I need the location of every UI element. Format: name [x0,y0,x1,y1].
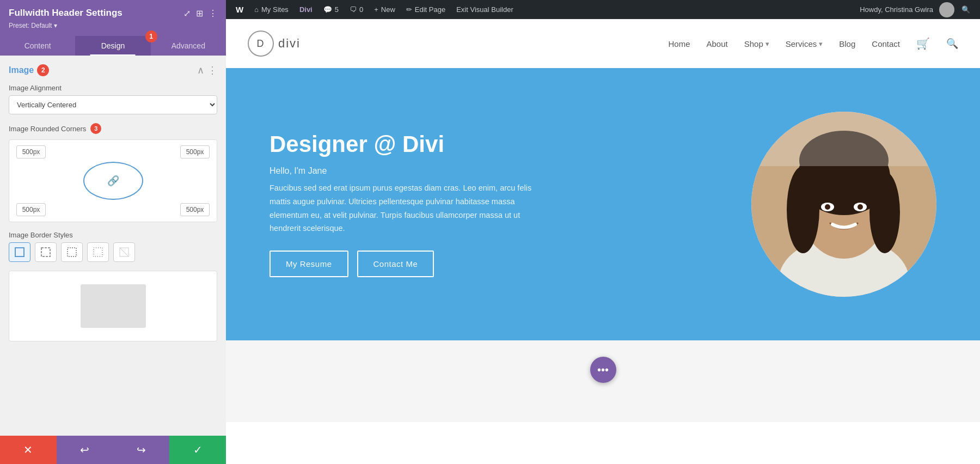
bottom-action-bar: ✕ ↩ ↪ ✓ [0,436,226,464]
site-nav-links: Home About Shop ▾ Services ▾ Blog Contac [668,37,958,50]
new-label: New [381,5,395,14]
section-controls: ∧ ⋮ [197,64,217,76]
image-border-styles-label: Image Border Styles [9,231,217,239]
collapse-icon[interactable]: ∧ [197,64,204,76]
divi-label: Divi [299,5,313,14]
wp-logo-item[interactable]: W [230,0,249,19]
corner-top-left[interactable] [16,145,46,158]
nav-home[interactable]: Home [668,39,690,48]
edit-icon: ✏ [406,5,412,14]
border-style-dashed1[interactable] [35,242,57,262]
nav-shop[interactable]: Shop ▾ [744,39,769,48]
comments-count: 5 [335,5,339,14]
tab-bar: Content Design 1 Advanced [0,36,226,56]
howdy-text: Howdy, Christina Gwira [860,5,933,14]
border-style-dotted[interactable] [87,242,109,262]
nav-blog[interactable]: Blog [839,39,855,48]
bubble-item[interactable]: 🗨 0 [344,0,369,19]
services-dropdown-icon: ▾ [819,40,823,48]
comments-item[interactable]: 💬 5 [318,0,344,19]
image-alignment-field: Image Alignment Vertically Centered [9,84,217,123]
border-style-dashed2[interactable] [61,242,83,262]
shop-dropdown-icon: ▾ [765,40,769,48]
save-button[interactable]: ✓ [169,436,226,464]
corners-link-icon[interactable]: 🔗 [83,162,143,200]
svg-rect-3 [94,248,102,257]
svg-point-16 [825,204,830,210]
contact-me-button[interactable]: Contact Me [357,251,434,277]
admin-bar-right: Howdy, Christina Gwira 🔍 [854,2,976,17]
nav-search-icon[interactable]: 🔍 [946,38,958,50]
cancel-button[interactable]: ✕ [0,436,57,464]
comments-icon: 💬 [323,5,332,14]
corners-widget: 🔗 [9,139,217,222]
more-options-icon[interactable]: ⋮ [207,64,217,76]
tab-advanced[interactable]: Advanced [151,36,226,56]
section-title: Image 2 [9,64,49,76]
border-preview-inner [81,284,146,328]
edit-page-item[interactable]: ✏ Edit Page [401,0,451,19]
cart-icon[interactable]: 🛒 [916,37,930,50]
image-rounded-corners-field: Image Rounded Corners 3 🔗 [9,123,217,222]
corner-bottom-left[interactable] [16,203,46,216]
corner-top-right[interactable] [180,145,210,158]
exit-builder-label: Exit Visual Builder [456,5,513,14]
border-style-solid[interactable] [9,242,30,262]
site-logo[interactable]: D divi [248,30,301,57]
my-sites-icon: ⌂ [254,5,259,14]
svg-rect-2 [68,248,76,257]
hero-text: Designer @ Divi Hello, I'm Jane Faucibus… [270,131,542,277]
logo-circle: D [248,30,274,57]
my-sites-label: My Sites [261,5,289,14]
step-badge-2: 2 [37,64,49,76]
search-icon[interactable]: 🔍 [961,5,970,14]
below-hero-section: ••• [226,340,980,422]
new-item[interactable]: + New [369,0,401,19]
wp-admin-bar: W ⌂ My Sites Divi 💬 5 🗨 0 + New ✏ Edit P… [226,0,980,19]
image-section-heading: Image 2 ∧ ⋮ [9,64,217,76]
resize-icon[interactable]: ⤢ [183,8,191,19]
panel-title: Fullwidth Header Settings [9,8,122,19]
svg-line-5 [120,248,128,257]
svg-rect-18 [751,112,936,166]
howdy-item[interactable]: Howdy, Christina Gwira 🔍 [854,2,976,17]
tab-content[interactable]: Content [0,36,75,56]
image-alignment-select[interactable]: Vertically Centered [9,95,217,114]
panel-header-icons: ⤢ ⊞ ⋮ [183,8,217,19]
more-icon[interactable]: ⋮ [209,8,217,19]
redo-button[interactable]: ↪ [113,436,170,464]
settings-panel: Fullwidth Header Settings ⤢ ⊞ ⋮ Preset: … [0,0,226,464]
corner-bottom-right[interactable] [180,203,210,216]
svg-point-12 [869,172,900,253]
columns-icon[interactable]: ⊞ [196,8,203,19]
floating-btn-icon: ••• [597,364,609,376]
border-style-none[interactable] [113,242,135,262]
image-rounded-corners-label: Image Rounded Corners 3 [9,123,217,134]
tab-design[interactable]: Design 1 [75,36,150,56]
image-border-styles-field: Image Border Styles [9,231,217,262]
new-icon: + [374,5,378,14]
wp-logo-icon: W [236,5,243,14]
svg-point-17 [857,204,863,210]
avatar [939,2,954,17]
nav-services[interactable]: Services ▾ [786,39,823,48]
step-badge-3: 3 [90,123,101,134]
my-sites-item[interactable]: ⌂ My Sites [249,0,294,19]
border-preview-area [9,271,217,341]
hero-body: Faucibus sed sed erat ipsum purus egesta… [270,181,542,235]
bubble-count: 0 [359,5,363,14]
hero-section: Designer @ Divi Hello, I'm Jane Faucibus… [226,68,980,340]
site-nav: D divi Home About Shop ▾ Services ▾ [226,19,980,68]
undo-button[interactable]: ↩ [57,436,113,464]
nav-contact[interactable]: Contact [872,39,900,48]
nav-about[interactable]: About [706,39,727,48]
divi-item[interactable]: Divi [294,0,318,19]
floating-action-button[interactable]: ••• [590,357,616,383]
exit-builder-item[interactable]: Exit Visual Builder [451,0,519,19]
preset-label[interactable]: Preset: Default [9,22,217,29]
svg-rect-0 [15,248,24,257]
my-resume-button[interactable]: My Resume [270,251,348,277]
panel-header: Fullwidth Header Settings ⤢ ⊞ ⋮ Preset: … [0,0,226,36]
website-content: D divi Home About Shop ▾ Services ▾ [226,19,980,464]
hero-title: Designer @ Divi [270,131,542,157]
